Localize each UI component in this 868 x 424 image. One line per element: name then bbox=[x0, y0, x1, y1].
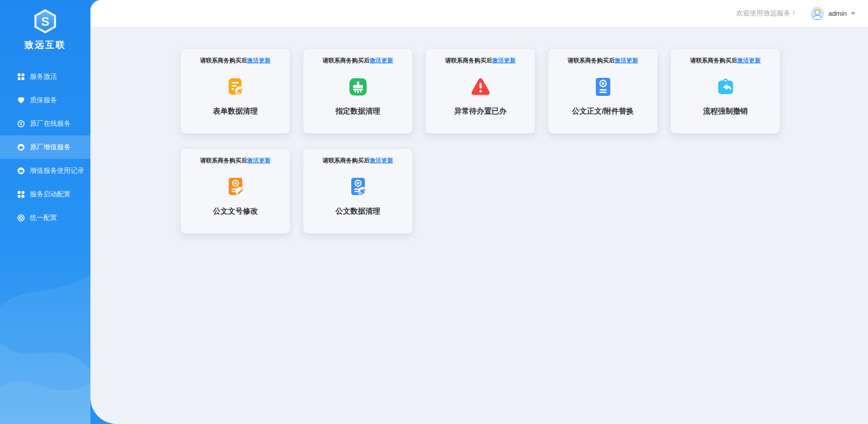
card-title: 公文正文/附件替换 bbox=[571, 106, 634, 116]
sidebar-item-label: 统一配置 bbox=[30, 214, 57, 222]
activate-update-link[interactable]: 激活更新 bbox=[370, 157, 393, 164]
notice-text: 请联系商务购买后 bbox=[568, 57, 615, 64]
notice-text: 请联系商务购买后 bbox=[445, 57, 492, 64]
top-header: 欢迎使用致远服务！ admin bbox=[90, 0, 868, 27]
activate-update-link[interactable]: 激活更新 bbox=[370, 57, 393, 64]
activate-update-link[interactable]: 激活更新 bbox=[615, 57, 638, 64]
card-title: 异常待办置已办 bbox=[449, 106, 512, 116]
sidebar-item-label: 原厂在线服务 bbox=[30, 119, 71, 128]
sidebar-item-label: 原厂增值服务 bbox=[30, 143, 71, 152]
doc-circle-icon bbox=[17, 120, 25, 128]
crown-icon bbox=[17, 167, 25, 175]
username: admin bbox=[828, 10, 847, 17]
activate-update-link[interactable]: 激活更新 bbox=[247, 57, 271, 64]
card-notice: 请联系商务购买后激活更新 bbox=[671, 57, 780, 65]
crown-icon bbox=[17, 143, 25, 151]
card-process-force-revoke[interactable]: 请联系商务购买后激活更新 流程强制撤销 bbox=[671, 49, 780, 133]
sidebar-item-factory-online-service[interactable]: 原厂在线服务 bbox=[0, 112, 90, 135]
heart-icon bbox=[17, 96, 25, 104]
sidebar-item-value-added-usage-records[interactable]: 增值服务使用记录 bbox=[0, 159, 90, 182]
sidebar: S 致远互联 服务激活 质保服务 原厂在线服务 原厂增值服务 bbox=[0, 0, 90, 424]
activate-update-link[interactable]: 激活更新 bbox=[247, 157, 271, 164]
card-notice: 请联系商务购买后激活更新 bbox=[303, 57, 412, 65]
grid-icon bbox=[17, 73, 25, 81]
card-notice: 请联系商务购买后激活更新 bbox=[181, 57, 290, 65]
user-menu[interactable]: admin bbox=[811, 7, 855, 20]
sidebar-item-label: 增值服务使用记录 bbox=[30, 167, 84, 175]
notice-text: 请联系商务购买后 bbox=[323, 57, 370, 64]
doc-seal-edit-icon bbox=[225, 176, 246, 198]
card-title: 流程强制撤销 bbox=[694, 106, 757, 116]
card-document-body-attachment-replace[interactable]: 请联系商务购买后激活更新 公文正文/附件替换 bbox=[548, 49, 657, 133]
card-notice: 请联系商务购买后激活更新 bbox=[303, 157, 412, 165]
card-notice: 请联系商务购买后激活更新 bbox=[548, 57, 657, 65]
sidebar-wave-decoration bbox=[0, 234, 90, 424]
brand: S 致远互联 bbox=[0, 0, 90, 51]
doc-seal-icon bbox=[592, 76, 614, 98]
sidebar-item-service-startup-config[interactable]: 服务启动配置 bbox=[0, 182, 90, 206]
svg-text:S: S bbox=[41, 15, 49, 29]
content-area: 欢迎使用致远服务！ admin 请联系商务购买后激活 bbox=[90, 0, 868, 424]
notice-text: 请联系商务购买后 bbox=[690, 57, 737, 64]
sidebar-item-label: 服务激活 bbox=[30, 72, 57, 81]
card-notice: 请联系商务购买后激活更新 bbox=[181, 157, 290, 165]
sidebar-item-warranty-service[interactable]: 质保服务 bbox=[0, 88, 90, 112]
card-title: 指定数据清理 bbox=[326, 106, 389, 116]
sidebar-item-label: 服务启动配置 bbox=[30, 190, 71, 199]
sidebar-menu: 服务激活 质保服务 原厂在线服务 原厂增值服务 增值服务使用记录 bbox=[0, 65, 90, 229]
sidebar-item-label: 质保服务 bbox=[30, 96, 57, 105]
card-document-number-modify[interactable]: 请联系商务购买后激活更新 公文文号修改 bbox=[181, 149, 290, 233]
brush-clean-icon bbox=[347, 76, 369, 98]
form-clean-icon bbox=[225, 76, 246, 98]
sidebar-item-service-activation[interactable]: 服务激活 bbox=[0, 65, 90, 88]
clipboard-undo-icon bbox=[715, 76, 736, 98]
card-title: 公文数据清理 bbox=[326, 206, 389, 216]
card-specified-data-clean[interactable]: 请联系商务购买后激活更新 指定数据清理 bbox=[303, 49, 412, 133]
card-notice: 请联系商务购买后激活更新 bbox=[426, 57, 535, 65]
notice-text: 请联系商务购买后 bbox=[323, 157, 370, 164]
activate-update-link[interactable]: 激活更新 bbox=[737, 57, 761, 64]
card-title: 表单数据清理 bbox=[204, 106, 267, 116]
support-agent-avatar-icon bbox=[811, 7, 824, 20]
service-card-grid: 请联系商务购买后激活更新 bbox=[181, 49, 782, 233]
card-title: 公文文号修改 bbox=[204, 206, 267, 216]
sidebar-item-unified-config[interactable]: 统一配置 bbox=[0, 206, 90, 229]
sidebar-item-factory-value-added-service[interactable]: 原厂增值服务 bbox=[0, 135, 90, 159]
notice-text: 请联系商务购买后 bbox=[200, 157, 247, 164]
brand-name: 致远互联 bbox=[0, 39, 90, 51]
warning-triangle-icon bbox=[470, 76, 491, 98]
target-icon bbox=[17, 214, 25, 222]
chevron-down-icon bbox=[851, 12, 855, 15]
doc-seal-clean-icon bbox=[347, 176, 369, 198]
activate-update-link[interactable]: 激活更新 bbox=[492, 57, 516, 64]
notice-text: 请联系商务购买后 bbox=[200, 57, 247, 64]
card-form-data-clean[interactable]: 请联系商务购买后激活更新 bbox=[181, 49, 290, 133]
welcome-text: 欢迎使用致远服务！ bbox=[736, 9, 797, 18]
hexagon-s-logo-icon: S bbox=[32, 8, 58, 34]
card-abnormal-todo-done[interactable]: 请联系商务购买后激活更新 异常待办置已办 bbox=[426, 49, 535, 133]
main-content: 请联系商务购买后激活更新 bbox=[90, 27, 868, 233]
grid-icon bbox=[17, 191, 25, 198]
card-document-data-clean[interactable]: 请联系商务购买后激活更新 bbox=[303, 149, 412, 233]
